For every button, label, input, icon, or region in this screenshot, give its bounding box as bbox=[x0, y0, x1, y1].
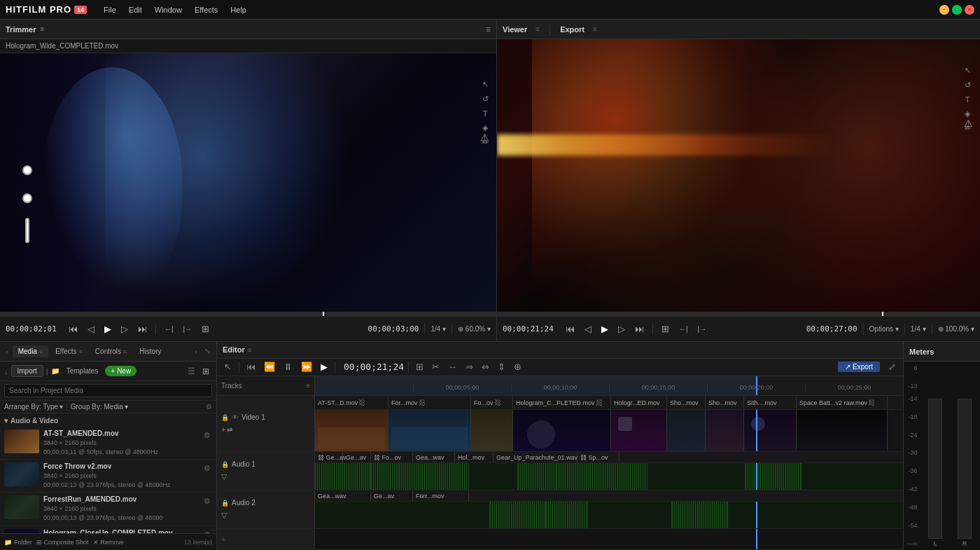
tab-controls[interactable]: Controls ≡ bbox=[90, 345, 133, 357]
aclip1-3[interactable] bbox=[399, 463, 469, 490]
add-track-icon[interactable]: + bbox=[221, 535, 225, 544]
editor-expand-btn[interactable]: ⤢ bbox=[886, 360, 899, 373]
aclip1-5[interactable] bbox=[518, 463, 556, 490]
in-marker[interactable]: ←| bbox=[162, 324, 176, 334]
audio1-clips-row[interactable] bbox=[315, 463, 903, 490]
editor-rate-btn[interactable]: ⇕ bbox=[495, 360, 508, 373]
viewer-prev-btn[interactable]: ⏮ bbox=[563, 322, 578, 336]
editor-razor-btn[interactable]: ✂ bbox=[429, 360, 442, 373]
play-in-btn[interactable]: ◁ bbox=[85, 322, 97, 336]
aclip1-chain[interactable] bbox=[746, 463, 802, 490]
import-button[interactable]: Import bbox=[11, 365, 43, 377]
viewer-out[interactable]: |→ bbox=[695, 324, 710, 334]
media-item-3[interactable]: ForrestRun_AMENDED.mov 3840 × 2160 pixel… bbox=[0, 493, 216, 525]
vclip-1[interactable] bbox=[315, 410, 388, 451]
aclip1-6[interactable] bbox=[556, 463, 648, 490]
play-btn[interactable]: ▶ bbox=[102, 322, 114, 336]
trimmer-video-area[interactable]: ↖ ↺ T ◈ ✏ ⚠ bbox=[0, 53, 496, 312]
nav-back[interactable]: ‹ bbox=[3, 346, 11, 357]
templates-button[interactable]: Templates bbox=[62, 366, 103, 376]
menu-edit[interactable]: Edit bbox=[123, 4, 148, 15]
vclip-5[interactable] bbox=[611, 410, 667, 451]
video-lock-icon[interactable]: 🔒 bbox=[221, 414, 229, 421]
editor-roll-btn[interactable]: ⇔ bbox=[479, 360, 492, 373]
editor-pointer-tool[interactable]: ↖ bbox=[221, 360, 234, 373]
audio2-lock-icon[interactable]: 🔒 bbox=[221, 500, 229, 507]
audio1-expand-icon[interactable]: ▽ bbox=[221, 472, 227, 481]
tab-history[interactable]: History bbox=[134, 345, 167, 357]
vclip-8[interactable] bbox=[744, 410, 797, 451]
trimmer-handle-2[interactable] bbox=[22, 193, 32, 203]
new-button[interactable]: + New bbox=[105, 366, 136, 376]
editor-play-btn[interactable]: ▶ bbox=[318, 360, 330, 373]
rotate-icon[interactable]: ↺ bbox=[481, 93, 490, 105]
audio1-lock-icon[interactable]: 🔒 bbox=[221, 461, 229, 468]
viewer-pointer-icon[interactable]: ↖ bbox=[963, 64, 972, 76]
aclip1-7[interactable] bbox=[648, 463, 746, 490]
close-button[interactable]: × bbox=[965, 5, 974, 15]
media-settings-1[interactable]: ⚙ bbox=[202, 429, 212, 441]
viewer-play-btn[interactable]: ▶ bbox=[598, 322, 611, 336]
tab-effects[interactable]: Effects ≡ bbox=[50, 345, 88, 357]
panel-collapse[interactable]: ⤡ bbox=[202, 345, 214, 357]
vclip-6[interactable] bbox=[667, 410, 706, 451]
viewer-title[interactable]: Viewer bbox=[503, 25, 527, 34]
pointer-icon[interactable]: ↖ bbox=[481, 78, 490, 90]
next-btn[interactable]: ⏭ bbox=[135, 322, 150, 336]
vclip-9[interactable] bbox=[797, 410, 888, 451]
viewer-rotate-icon[interactable]: ↺ bbox=[963, 79, 972, 91]
media-item-2[interactable]: Force Throw v2.mov 3840 × 2160 pixels 00… bbox=[0, 460, 216, 493]
search-input[interactable] bbox=[4, 384, 212, 397]
aclip2-2[interactable] bbox=[546, 502, 588, 528]
viewer-playhead-bar[interactable] bbox=[497, 312, 980, 316]
list-view-btn[interactable]: ☰ bbox=[185, 365, 198, 378]
menu-help[interactable]: Help bbox=[225, 4, 252, 15]
editor-slip-btn[interactable]: ↔ bbox=[445, 360, 460, 373]
remove-btn[interactable]: ✕ Remove bbox=[93, 539, 125, 546]
panel-expand[interactable]: › bbox=[192, 346, 200, 357]
editor-pause-btn[interactable]: ⏸ bbox=[281, 360, 295, 373]
text-tool-icon[interactable]: T bbox=[482, 108, 489, 119]
trimmer-handle-3[interactable] bbox=[25, 218, 29, 243]
viewer-play-out-btn[interactable]: ▷ bbox=[615, 322, 628, 336]
viewer-options[interactable]: Options ▾ bbox=[869, 325, 899, 333]
editor-snap-btn[interactable]: ⊞ bbox=[413, 360, 426, 373]
viewer-zoom[interactable]: ⊕ 100.0% ▾ bbox=[938, 325, 974, 333]
aclip1-1[interactable] bbox=[315, 463, 371, 490]
editor-magnet-btn[interactable]: ⊕ bbox=[511, 360, 524, 373]
video-add-icon[interactable]: + bbox=[221, 425, 225, 434]
viewer-text-icon[interactable]: T bbox=[964, 94, 972, 105]
quality-select[interactable]: 1/4 ▾ bbox=[430, 325, 446, 333]
editor-step-fwd[interactable]: ⏩ bbox=[298, 360, 315, 373]
group-by-dropdown[interactable]: Group By: Media ▾ bbox=[71, 403, 128, 411]
maximize-button[interactable]: □ bbox=[952, 5, 962, 15]
composite-shot-btn[interactable]: ⊞ Composite Shot bbox=[36, 539, 89, 546]
viewer-quality[interactable]: 1/4 ▾ bbox=[911, 325, 926, 333]
editor-go-start[interactable]: ⏮ bbox=[244, 360, 258, 373]
video-transform-icon[interactable]: ⇄ bbox=[227, 426, 232, 434]
export-button[interactable]: ↗ Export bbox=[838, 362, 880, 372]
tracks-menu-icon[interactable]: ≡ bbox=[306, 382, 310, 390]
timeline-ruler[interactable]: 00;00;05;00 00;00;10;00 00;00;15;00 00;0… bbox=[315, 376, 903, 395]
trimmer-playhead-bar[interactable] bbox=[0, 312, 496, 316]
prev-btn[interactable]: ⏮ bbox=[66, 322, 80, 336]
audio2-clips-row[interactable] bbox=[315, 502, 903, 528]
video-clips-row[interactable] bbox=[315, 410, 903, 451]
trimmer-menu-icon[interactable]: ≡ bbox=[486, 25, 491, 34]
settings-icon[interactable]: ⚙ bbox=[206, 403, 212, 411]
media-item-4[interactable]: Hologram_CloseUp_COMPLETED.mov 3840 × 21… bbox=[0, 526, 216, 533]
export-tab[interactable]: Export bbox=[560, 25, 584, 34]
aclip2-1[interactable] bbox=[490, 502, 546, 528]
trimmer-handle-1[interactable] bbox=[22, 165, 32, 175]
menu-window[interactable]: Window bbox=[149, 4, 188, 15]
aclip1-4[interactable] bbox=[469, 463, 518, 490]
aclip2-3[interactable] bbox=[672, 502, 728, 528]
media-item-1[interactable]: AT-ST_AMENDED.mov 3840 × 2160 pixels 00;… bbox=[0, 427, 216, 460]
zoom-select[interactable]: ⊕ 60.0% ▾ bbox=[458, 325, 491, 333]
out-marker[interactable]: |→ bbox=[181, 324, 195, 334]
viewer-play-in-btn[interactable]: ◁ bbox=[582, 322, 594, 336]
snap-btn[interactable]: ⊞ bbox=[199, 322, 212, 336]
vclip-4[interactable] bbox=[513, 410, 611, 451]
media-category-av[interactable]: ▾ Audio & Video bbox=[0, 415, 216, 427]
editor-title[interactable]: Editor bbox=[223, 345, 245, 354]
